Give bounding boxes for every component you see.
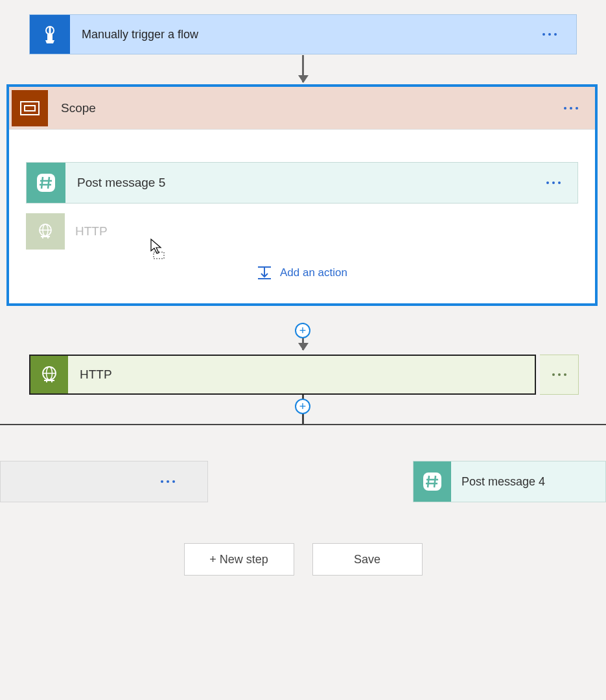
action-card-post-message-5[interactable]: Post message 5: [26, 162, 578, 204]
action-label: Post message 5: [65, 176, 546, 190]
scope-label: Scope: [48, 101, 564, 115]
action-menu-button[interactable]: [546, 181, 577, 184]
scope-container[interactable]: Scope Post message 5: [6, 84, 598, 306]
branch-right-card-post-message-4[interactable]: Post message 4: [413, 461, 606, 502]
http-main[interactable]: HTTP: [29, 355, 536, 395]
connector-arrow: [302, 55, 304, 82]
scope-icon: [12, 90, 48, 126]
save-button[interactable]: Save: [312, 543, 423, 576]
bottom-buttons: + New step Save: [0, 543, 606, 576]
add-action-button[interactable]: Add an action: [26, 257, 578, 280]
svg-rect-15: [423, 472, 441, 491]
http-action-card-selected[interactable]: HTTP: [29, 355, 579, 395]
scope-menu-button[interactable]: [564, 107, 595, 110]
insert-icon: [257, 266, 272, 280]
hash-icon: [27, 163, 65, 203]
ellipsis-icon: [552, 373, 566, 376]
branch-line: [0, 424, 606, 425]
ellipsis-icon: [161, 480, 175, 483]
ghost-label: HTTP: [65, 224, 108, 239]
ellipsis-icon: [546, 181, 561, 184]
http-menu-button[interactable]: [540, 355, 579, 395]
globe-icon: [30, 356, 68, 393]
svg-rect-4: [37, 174, 55, 192]
branch-right-label: Post message 4: [451, 475, 545, 489]
svg-rect-3: [25, 106, 35, 111]
http-label: HTTP: [68, 368, 535, 382]
trigger-label: Manually trigger a flow: [70, 28, 542, 41]
manual-trigger-icon: [30, 15, 70, 54]
scope-body: Post message 5 HTTP: [9, 130, 595, 303]
ellipsis-icon: [542, 33, 557, 36]
trigger-menu-button[interactable]: [542, 33, 576, 36]
hash-icon: [414, 461, 451, 502]
scope-header[interactable]: Scope: [9, 87, 595, 130]
add-step-plus-button[interactable]: +: [295, 323, 310, 338]
drag-ghost-http: HTTP: [26, 213, 531, 250]
globe-icon: [26, 213, 65, 250]
drag-cursor-icon: [150, 238, 167, 262]
ellipsis-icon: [564, 107, 578, 110]
svg-rect-2: [21, 102, 39, 115]
branch-left-card[interactable]: [0, 461, 208, 502]
add-action-label: Add an action: [280, 266, 347, 279]
new-step-button[interactable]: + New step: [184, 543, 294, 576]
add-step-plus-button[interactable]: +: [295, 399, 310, 414]
trigger-card[interactable]: Manually trigger a flow: [29, 14, 577, 54]
